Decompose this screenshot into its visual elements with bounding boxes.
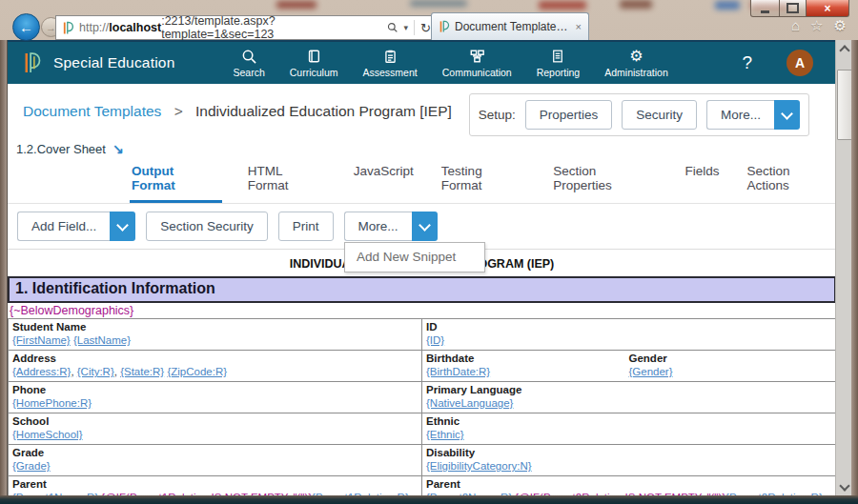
cell-label: Ethnic bbox=[426, 414, 831, 428]
nav-item-label: Curriculum bbox=[290, 67, 338, 78]
cell-label: Primary Language bbox=[426, 383, 831, 396]
cell-label: Student Name bbox=[12, 320, 418, 333]
table-cell: Primary Language{NativeLanguage} bbox=[422, 382, 836, 413]
nav-item-reporting[interactable]: Reporting bbox=[528, 47, 589, 80]
nav-item-assessment[interactable]: Assessment bbox=[355, 47, 426, 80]
back-button[interactable]: ← bbox=[12, 13, 40, 41]
chevron-glyph bbox=[781, 108, 793, 120]
template-field-group: Address{Address:R}, {City:R}, {State:R} … bbox=[12, 352, 418, 378]
browser-tab[interactable]: Document Template Setup ... × bbox=[431, 12, 589, 40]
maximize-button[interactable] bbox=[780, 0, 807, 17]
help-icon[interactable]: ? bbox=[742, 52, 752, 73]
field-link[interactable]: {Grade} bbox=[12, 460, 51, 472]
url-scheme: http:// bbox=[79, 21, 109, 34]
field-link[interactable]: {FirstName} bbox=[12, 334, 71, 346]
table-cell: Birthdate{BirthDate:R}Gender{Gender} bbox=[422, 351, 836, 382]
field-link[interactable]: {HomePhone:R} bbox=[12, 397, 92, 409]
section-name[interactable]: 1.2.Cover Sheet bbox=[16, 142, 106, 156]
search-options-caret-icon[interactable]: ▾ bbox=[404, 23, 409, 32]
desktop-artifact bbox=[620, 0, 652, 9]
tab-section-properties[interactable]: Section Properties bbox=[551, 157, 659, 203]
section-security-button[interactable]: Section Security bbox=[146, 212, 268, 241]
avatar[interactable]: A bbox=[786, 50, 813, 76]
setup-more-button[interactable]: More... bbox=[706, 100, 800, 130]
field-link[interactable]: {NativeLanguage} bbox=[426, 397, 513, 409]
template-field-group: Disability{EligibilityCategory:N} bbox=[426, 446, 831, 473]
favorites-star-icon[interactable]: ☆ bbox=[810, 17, 823, 34]
cell-label: ID bbox=[426, 320, 831, 333]
nav-item-label: Assessment bbox=[363, 67, 418, 78]
nav-item-communication[interactable]: Communication bbox=[434, 47, 521, 80]
nav-item-curriculum[interactable]: Curriculum bbox=[281, 47, 347, 80]
add-field-button[interactable]: Add Field... bbox=[17, 212, 135, 241]
nav-item-search[interactable]: Search bbox=[224, 47, 273, 80]
cell-label: School bbox=[12, 414, 418, 428]
breadcrumb-link[interactable]: Document Templates bbox=[23, 103, 161, 119]
security-button[interactable]: Security bbox=[622, 100, 697, 130]
tab-html-format[interactable]: HTML Format bbox=[246, 157, 328, 203]
powerschool-logo bbox=[23, 50, 42, 76]
table-cell: Address{Address:R}, {City:R}, {State:R} … bbox=[9, 351, 422, 382]
tab-output-format[interactable]: Output Format bbox=[130, 157, 222, 203]
chevron-glyph bbox=[419, 219, 431, 232]
breadcrumb: Document Templates > Individualized Educ… bbox=[23, 93, 452, 120]
field-link[interactable]: {City:R} bbox=[77, 366, 114, 377]
properties-button[interactable]: Properties bbox=[525, 100, 613, 130]
field-link[interactable]: {LastName} bbox=[73, 334, 131, 346]
refresh-icon[interactable]: ↻ bbox=[420, 21, 431, 35]
window-frame bbox=[0, 40, 7, 504]
chevron-down-icon[interactable] bbox=[412, 212, 438, 241]
field-link[interactable]: {Address:R} bbox=[12, 366, 71, 377]
field-link[interactable]: {ID} bbox=[426, 334, 444, 346]
cell-label: Parent bbox=[426, 477, 831, 491]
field-link[interactable]: {State:R} bbox=[120, 366, 164, 377]
close-window-button[interactable]: × bbox=[807, 0, 849, 17]
tab-testing-format[interactable]: Testing Format bbox=[439, 157, 527, 203]
scroll-down-button[interactable] bbox=[836, 479, 852, 495]
address-bar[interactable]: http://localhost:2213/template.aspx?temp… bbox=[55, 15, 439, 40]
expand-arrow-icon[interactable]: ↘ bbox=[112, 141, 124, 156]
settings-gear-icon[interactable]: ⚙ bbox=[834, 17, 847, 34]
app-navbar: Special Education SearchCurriculumAssess… bbox=[8, 40, 836, 84]
table-cell: Disability{EligibilityCategory:N} bbox=[422, 445, 836, 476]
menu-item-add-new-snippet[interactable]: Add New Snippet bbox=[345, 243, 484, 272]
cell-value: {NativeLanguage} bbox=[426, 396, 831, 410]
url-host: localhost bbox=[109, 21, 161, 34]
desktop: × ← → http://localhost:2213/template.asp… bbox=[0, 0, 858, 504]
cell-label: Gender bbox=[629, 352, 832, 365]
field-link[interactable]: {ZipCode:R} bbox=[167, 366, 227, 377]
chevron-down-icon[interactable] bbox=[774, 100, 800, 130]
field-link[interactable]: {Gender} bbox=[629, 366, 673, 377]
tab-section-actions[interactable]: Section Actions bbox=[746, 157, 836, 203]
cell-columns: Birthdate{BirthDate:R}Gender{Gender} bbox=[426, 352, 831, 378]
tab-javascript[interactable]: JavaScript bbox=[352, 157, 416, 203]
tab-favicon bbox=[439, 20, 450, 33]
tabs: Output FormatHTML FormatJavaScriptTestin… bbox=[130, 157, 836, 203]
scrollbar-thumb[interactable] bbox=[837, 70, 852, 140]
field-link[interactable]: {HomeSchool} bbox=[12, 429, 83, 440]
toolbar-more-label: More... bbox=[344, 212, 412, 241]
nav-item-administration[interactable]: ⚙Administration bbox=[596, 47, 677, 80]
cell-value: {BirthDate:R} bbox=[426, 365, 629, 378]
table-cell: Ethnic{Ethnic} bbox=[422, 413, 836, 445]
minimize-icon bbox=[761, 10, 769, 13]
snippet-tag[interactable]: {~BelowDemographics} bbox=[8, 303, 836, 318]
tab-fields[interactable]: Fields bbox=[684, 157, 722, 203]
breadcrumb-separator: > bbox=[174, 103, 183, 119]
tab-close-icon[interactable]: × bbox=[576, 21, 582, 32]
search-icon[interactable] bbox=[387, 22, 398, 33]
gear-icon: ⚙ bbox=[629, 49, 643, 65]
print-button[interactable]: Print bbox=[278, 212, 334, 241]
toolbar-more-button[interactable]: More... bbox=[344, 212, 438, 241]
site-favicon bbox=[62, 21, 74, 35]
field-link[interactable]: {BirthDate:R} bbox=[426, 366, 490, 377]
page-scrollbar[interactable] bbox=[835, 40, 852, 495]
home-icon[interactable]: ⌂ bbox=[791, 17, 800, 34]
minimize-button[interactable] bbox=[750, 0, 780, 17]
template-field-group: Student Name{FirstName} {LastName} bbox=[12, 320, 418, 347]
scroll-up-button[interactable] bbox=[836, 40, 852, 56]
cell-label: Parent bbox=[12, 477, 418, 491]
chevron-down-icon[interactable] bbox=[110, 212, 135, 241]
field-link[interactable]: {Ethnic} bbox=[426, 429, 464, 440]
field-link[interactable]: {EligibilityCategory:N} bbox=[426, 460, 532, 472]
